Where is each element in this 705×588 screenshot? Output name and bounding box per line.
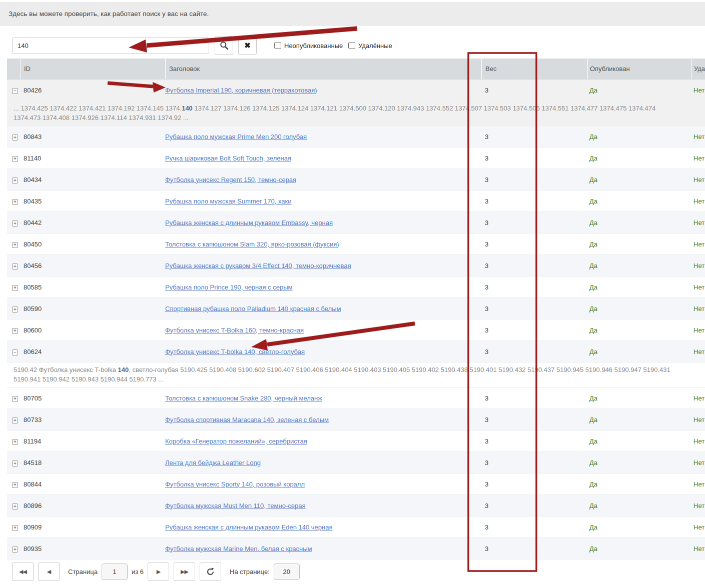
- header-published: Опубликован: [587, 58, 691, 79]
- table-row: + 80896 Футболка мужская Must Men 110, т…: [7, 495, 705, 516]
- row-expand-cell: +: [7, 262, 20, 270]
- row-published: Да: [587, 480, 691, 488]
- row-title-link[interactable]: Футболка унисекс T-Bolka 160, темно-крас…: [165, 326, 304, 334]
- expand-toggle-icon[interactable]: +: [12, 242, 18, 248]
- row-title-link[interactable]: Футболка унисекс T-bolka 140, светло-гол…: [165, 348, 305, 356]
- row-id: 80435: [20, 198, 165, 205]
- expand-toggle-icon[interactable]: +: [12, 134, 18, 140]
- row-weight: 3: [481, 154, 587, 162]
- row-weight: 3: [481, 502, 587, 510]
- expand-toggle-icon[interactable]: +: [12, 156, 18, 162]
- row-title-link[interactable]: Толстовка с капюшоном Slam 320, ярко-роз…: [165, 240, 339, 248]
- expand-toggle-icon[interactable]: +: [12, 439, 18, 445]
- row-title-link[interactable]: Футболка Imperial 190, коричневая (терра…: [165, 86, 317, 94]
- page-count-label: из 6: [132, 568, 144, 576]
- row-weight: 3: [481, 394, 587, 402]
- row-deleted: Нет: [691, 502, 705, 510]
- table-row: + 81194 Коробка «Генератор пожеланий», с…: [7, 430, 705, 452]
- expand-toggle-icon[interactable]: +: [12, 525, 18, 531]
- row-weight: 3: [481, 176, 587, 184]
- row-title-cell: Толстовка с капюшоном Slam 320, ярко-роз…: [165, 240, 481, 248]
- row-deleted: Нет: [691, 154, 705, 162]
- table-row: − 80426 Футболка Imperial 190, коричнева…: [7, 80, 705, 101]
- row-deleted: Нет: [691, 524, 705, 531]
- expand-toggle-icon[interactable]: +: [12, 504, 18, 510]
- row-id: 80450: [20, 240, 165, 248]
- snippet-match-highlight: 140: [118, 366, 129, 374]
- row-title-link[interactable]: Футболка унисекс Regent 150, темно-серая: [165, 176, 296, 184]
- table-row: − 80624 Футболка унисекс T-bolka 140, св…: [7, 341, 705, 362]
- table-row: + 80733 Футболка спортивная Maracana 140…: [7, 409, 705, 430]
- search-input[interactable]: [12, 38, 209, 54]
- row-title-link[interactable]: Лента для бейджа Leather Long: [165, 459, 261, 466]
- row-title-link[interactable]: Коробка «Генератор пожеланий», серебрист…: [165, 438, 307, 445]
- row-deleted: Нет: [691, 198, 705, 205]
- expand-toggle-icon[interactable]: +: [12, 546, 18, 552]
- row-deleted: Нет: [691, 459, 705, 466]
- expand-toggle-icon[interactable]: +: [12, 264, 18, 270]
- row-weight: 3: [481, 348, 587, 356]
- expand-toggle-icon[interactable]: +: [12, 220, 18, 226]
- prev-page-button[interactable]: ◀: [38, 562, 60, 581]
- row-title-link[interactable]: Спортивная рубашка поло Palladium 140 кр…: [165, 305, 341, 312]
- row-title-link[interactable]: Рубашка поло мужская Summer 170, хаки: [165, 198, 291, 205]
- row-title-link[interactable]: Ручка шариковая Bolt Soft Touch, зеленая: [165, 154, 291, 162]
- deleted-checkbox[interactable]: [348, 42, 355, 49]
- expand-toggle-icon[interactable]: +: [12, 482, 18, 488]
- row-search-snippet: 5190.42 Футболка унисекс T-bolka 140, св…: [7, 362, 705, 388]
- row-expand-cell: −: [7, 86, 20, 94]
- row-title-cell: Футболка спортивная Maracana 140, зелена…: [165, 416, 481, 424]
- refresh-button[interactable]: [200, 562, 221, 581]
- next-page-button[interactable]: ▶: [148, 562, 169, 581]
- row-title-link[interactable]: Рубашка женская с длинным рукавом Embass…: [165, 219, 333, 226]
- row-title-cell: Лента для бейджа Leather Long: [165, 459, 481, 466]
- row-title-cell: Футболка унисекс Regent 150, темно-серая: [165, 176, 481, 184]
- row-expand-cell: +: [7, 176, 20, 184]
- search-button[interactable]: [215, 36, 233, 55]
- last-page-button[interactable]: ▶▶: [174, 562, 195, 581]
- first-page-button[interactable]: ◀◀: [12, 562, 34, 581]
- page-number-input[interactable]: [102, 564, 128, 580]
- row-title-link[interactable]: Футболка мужская Must Men 110, темно-сер…: [165, 502, 305, 510]
- row-title-link[interactable]: Рубашка женская с рукавом 3/4 Effect 140…: [165, 262, 351, 270]
- per-page-input[interactable]: [274, 564, 300, 580]
- header-expand-column: [7, 58, 20, 79]
- expand-toggle-icon[interactable]: +: [12, 460, 18, 466]
- row-weight: 3: [481, 545, 587, 552]
- unpublished-checkbox-label: Неопубликованные: [284, 42, 343, 50]
- clear-search-button[interactable]: ✖: [238, 36, 257, 55]
- row-published: Да: [587, 502, 691, 510]
- row-title-link[interactable]: Футболка унисекс Sporty 140, розовый кор…: [165, 480, 305, 488]
- expand-toggle-icon[interactable]: −: [12, 350, 18, 356]
- row-expand-cell: +: [7, 154, 20, 162]
- row-title-cell: Спортивная рубашка поло Palladium 140 кр…: [165, 305, 481, 312]
- row-title-link[interactable]: Футболка мужская Marine Men, белая с кра…: [165, 545, 312, 552]
- unpublished-checkbox[interactable]: [274, 42, 281, 49]
- row-title-link[interactable]: Толстовка с капюшоном Snake 280, черный …: [165, 394, 322, 402]
- row-deleted: Нет: [691, 326, 705, 334]
- expand-toggle-icon[interactable]: +: [12, 396, 18, 402]
- last-page-icon: ▶▶: [181, 568, 188, 575]
- refresh-icon: [206, 568, 215, 576]
- expand-toggle-icon[interactable]: −: [12, 88, 18, 94]
- expand-toggle-icon[interactable]: +: [12, 306, 18, 312]
- expand-toggle-icon[interactable]: +: [12, 328, 18, 334]
- expand-toggle-icon[interactable]: +: [12, 418, 18, 424]
- table-row: + 80442 Рубашка женская с длинным рукаво…: [7, 212, 705, 234]
- row-expand-cell: +: [7, 416, 20, 424]
- x-icon: ✖: [244, 41, 251, 50]
- row-published: Да: [587, 219, 691, 226]
- expand-toggle-icon[interactable]: +: [12, 199, 18, 205]
- row-title-link[interactable]: Рубашка поло мужская Prime Men 200 голуб…: [165, 133, 307, 140]
- expand-toggle-icon[interactable]: +: [12, 285, 18, 291]
- row-id: 80844: [20, 480, 165, 488]
- row-title-link[interactable]: Рубашка женская с длинным рукавом Eden 1…: [165, 524, 332, 531]
- row-weight: 3: [481, 438, 587, 445]
- row-title-link[interactable]: Рубашка поло Prince 190, черная с серым: [165, 284, 293, 291]
- header-id: ID: [20, 58, 165, 79]
- row-title-link[interactable]: Футболка спортивная Maracana 140, зелена…: [165, 416, 329, 424]
- snippet-match-highlight: 140: [182, 104, 193, 112]
- expand-toggle-icon[interactable]: +: [12, 178, 18, 184]
- row-title-cell: Футболка мужская Must Men 110, темно-сер…: [165, 502, 481, 510]
- header-deleted: Удалён: [691, 58, 705, 79]
